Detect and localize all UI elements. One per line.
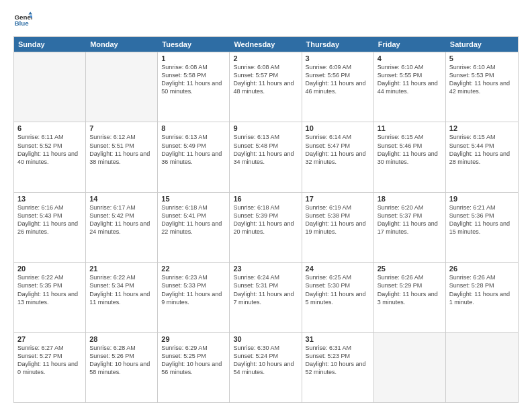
day-cell-6: 6Sunrise: 6:11 AM Sunset: 5:52 PM Daylig…: [14, 122, 86, 191]
day-info: Sunrise: 6:12 AM Sunset: 5:51 PM Dayligh…: [89, 133, 154, 166]
day-info: Sunrise: 6:16 AM Sunset: 5:43 PM Dayligh…: [17, 203, 82, 236]
day-info: Sunrise: 6:09 AM Sunset: 5:56 PM Dayligh…: [306, 63, 370, 96]
calendar: SundayMondayTuesdayWednesdayThursdayFrid…: [13, 36, 519, 403]
day-cell-26: 26Sunrise: 6:26 AM Sunset: 5:28 PM Dayli…: [446, 263, 518, 332]
day-info: Sunrise: 6:08 AM Sunset: 5:58 PM Dayligh…: [161, 63, 226, 96]
day-cell-18: 18Sunrise: 6:20 AM Sunset: 5:37 PM Dayli…: [374, 193, 446, 262]
header-day-friday: Friday: [374, 37, 446, 52]
header-day-sunday: Sunday: [14, 37, 86, 52]
day-number: 21: [89, 265, 154, 273]
day-info: Sunrise: 6:13 AM Sunset: 5:49 PM Dayligh…: [161, 133, 226, 166]
day-number: 3: [306, 54, 370, 62]
day-cell-13: 13Sunrise: 6:16 AM Sunset: 5:43 PM Dayli…: [14, 193, 86, 262]
day-number: 5: [449, 54, 515, 62]
day-cell-9: 9Sunrise: 6:13 AM Sunset: 5:48 PM Daylig…: [230, 122, 302, 191]
empty-cell: [86, 52, 158, 122]
day-info: Sunrise: 6:31 AM Sunset: 5:23 PM Dayligh…: [306, 344, 370, 377]
day-cell-21: 21Sunrise: 6:22 AM Sunset: 5:34 PM Dayli…: [86, 263, 158, 332]
day-info: Sunrise: 6:23 AM Sunset: 5:33 PM Dayligh…: [161, 273, 226, 306]
page-header: General Blue: [13, 11, 519, 30]
header-day-monday: Monday: [86, 37, 158, 52]
day-cell-4: 4Sunrise: 6:10 AM Sunset: 5:55 PM Daylig…: [374, 52, 446, 122]
svg-text:Blue: Blue: [14, 19, 29, 27]
day-number: 24: [306, 265, 370, 273]
day-cell-12: 12Sunrise: 6:15 AM Sunset: 5:44 PM Dayli…: [446, 122, 518, 191]
day-info: Sunrise: 6:10 AM Sunset: 5:53 PM Dayligh…: [449, 63, 515, 96]
day-cell-24: 24Sunrise: 6:25 AM Sunset: 5:30 PM Dayli…: [302, 263, 374, 332]
calendar-row-4: 27Sunrise: 6:27 AM Sunset: 5:27 PM Dayli…: [14, 332, 518, 402]
day-info: Sunrise: 6:21 AM Sunset: 5:36 PM Dayligh…: [449, 203, 515, 236]
day-number: 18: [378, 195, 442, 203]
day-cell-28: 28Sunrise: 6:28 AM Sunset: 5:26 PM Dayli…: [86, 333, 158, 402]
day-info: Sunrise: 6:26 AM Sunset: 5:29 PM Dayligh…: [378, 273, 442, 306]
day-number: 13: [17, 195, 82, 203]
day-number: 15: [161, 195, 226, 203]
day-info: Sunrise: 6:13 AM Sunset: 5:48 PM Dayligh…: [233, 133, 298, 166]
day-info: Sunrise: 6:22 AM Sunset: 5:35 PM Dayligh…: [17, 273, 82, 306]
day-number: 22: [161, 265, 226, 273]
day-number: 16: [233, 195, 298, 203]
day-info: Sunrise: 6:17 AM Sunset: 5:42 PM Dayligh…: [89, 203, 154, 236]
day-cell-16: 16Sunrise: 6:18 AM Sunset: 5:39 PM Dayli…: [230, 193, 302, 262]
day-info: Sunrise: 6:24 AM Sunset: 5:31 PM Dayligh…: [233, 273, 298, 306]
day-number: 9: [233, 124, 298, 132]
header-day-thursday: Thursday: [302, 37, 374, 52]
day-info: Sunrise: 6:28 AM Sunset: 5:26 PM Dayligh…: [89, 344, 154, 377]
day-cell-23: 23Sunrise: 6:24 AM Sunset: 5:31 PM Dayli…: [230, 263, 302, 332]
day-cell-8: 8Sunrise: 6:13 AM Sunset: 5:49 PM Daylig…: [158, 122, 230, 191]
day-number: 11: [378, 124, 442, 132]
empty-cell: [374, 333, 446, 402]
day-number: 17: [306, 195, 370, 203]
day-cell-7: 7Sunrise: 6:12 AM Sunset: 5:51 PM Daylig…: [86, 122, 158, 191]
day-info: Sunrise: 6:25 AM Sunset: 5:30 PM Dayligh…: [306, 273, 370, 306]
day-info: Sunrise: 6:15 AM Sunset: 5:46 PM Dayligh…: [378, 133, 442, 166]
logo-icon: General Blue: [13, 11, 32, 30]
day-number: 1: [161, 54, 226, 62]
day-number: 8: [161, 124, 226, 132]
day-info: Sunrise: 6:08 AM Sunset: 5:57 PM Dayligh…: [233, 63, 298, 96]
day-cell-22: 22Sunrise: 6:23 AM Sunset: 5:33 PM Dayli…: [158, 263, 230, 332]
day-number: 25: [378, 265, 442, 273]
day-number: 12: [449, 124, 515, 132]
day-info: Sunrise: 6:11 AM Sunset: 5:52 PM Dayligh…: [17, 133, 82, 166]
logo: General Blue: [13, 11, 32, 30]
calendar-row-3: 20Sunrise: 6:22 AM Sunset: 5:35 PM Dayli…: [14, 262, 518, 332]
day-number: 2: [233, 54, 298, 62]
day-number: 19: [449, 195, 515, 203]
day-info: Sunrise: 6:30 AM Sunset: 5:24 PM Dayligh…: [233, 344, 298, 377]
day-cell-2: 2Sunrise: 6:08 AM Sunset: 5:57 PM Daylig…: [230, 52, 302, 122]
calendar-body: 1Sunrise: 6:08 AM Sunset: 5:58 PM Daylig…: [14, 52, 518, 402]
day-cell-31: 31Sunrise: 6:31 AM Sunset: 5:23 PM Dayli…: [302, 333, 374, 402]
calendar-row-2: 13Sunrise: 6:16 AM Sunset: 5:43 PM Dayli…: [14, 192, 518, 262]
day-number: 14: [89, 195, 154, 203]
day-info: Sunrise: 6:10 AM Sunset: 5:55 PM Dayligh…: [378, 63, 442, 96]
day-info: Sunrise: 6:27 AM Sunset: 5:27 PM Dayligh…: [17, 344, 82, 377]
day-info: Sunrise: 6:29 AM Sunset: 5:25 PM Dayligh…: [161, 344, 226, 377]
day-cell-5: 5Sunrise: 6:10 AM Sunset: 5:53 PM Daylig…: [446, 52, 518, 122]
day-number: 23: [233, 265, 298, 273]
empty-cell: [446, 333, 518, 402]
day-info: Sunrise: 6:26 AM Sunset: 5:28 PM Dayligh…: [449, 273, 515, 306]
day-cell-3: 3Sunrise: 6:09 AM Sunset: 5:56 PM Daylig…: [302, 52, 374, 122]
day-number: 4: [378, 54, 442, 62]
day-cell-29: 29Sunrise: 6:29 AM Sunset: 5:25 PM Dayli…: [158, 333, 230, 402]
day-number: 20: [17, 265, 82, 273]
day-info: Sunrise: 6:18 AM Sunset: 5:41 PM Dayligh…: [161, 203, 226, 236]
day-info: Sunrise: 6:14 AM Sunset: 5:47 PM Dayligh…: [306, 133, 370, 166]
day-cell-1: 1Sunrise: 6:08 AM Sunset: 5:58 PM Daylig…: [158, 52, 230, 122]
day-cell-20: 20Sunrise: 6:22 AM Sunset: 5:35 PM Dayli…: [14, 263, 86, 332]
day-cell-19: 19Sunrise: 6:21 AM Sunset: 5:36 PM Dayli…: [446, 193, 518, 262]
day-number: 27: [17, 335, 82, 343]
empty-cell: [14, 52, 86, 122]
calendar-row-1: 6Sunrise: 6:11 AM Sunset: 5:52 PM Daylig…: [14, 122, 518, 191]
day-cell-15: 15Sunrise: 6:18 AM Sunset: 5:41 PM Dayli…: [158, 193, 230, 262]
day-info: Sunrise: 6:20 AM Sunset: 5:37 PM Dayligh…: [378, 203, 442, 236]
day-cell-17: 17Sunrise: 6:19 AM Sunset: 5:38 PM Dayli…: [302, 193, 374, 262]
day-number: 31: [306, 335, 370, 343]
day-cell-30: 30Sunrise: 6:30 AM Sunset: 5:24 PM Dayli…: [230, 333, 302, 402]
day-info: Sunrise: 6:15 AM Sunset: 5:44 PM Dayligh…: [449, 133, 515, 166]
calendar-row-0: 1Sunrise: 6:08 AM Sunset: 5:58 PM Daylig…: [14, 52, 518, 122]
day-cell-14: 14Sunrise: 6:17 AM Sunset: 5:42 PM Dayli…: [86, 193, 158, 262]
day-number: 26: [449, 265, 515, 273]
header-day-saturday: Saturday: [446, 37, 518, 52]
